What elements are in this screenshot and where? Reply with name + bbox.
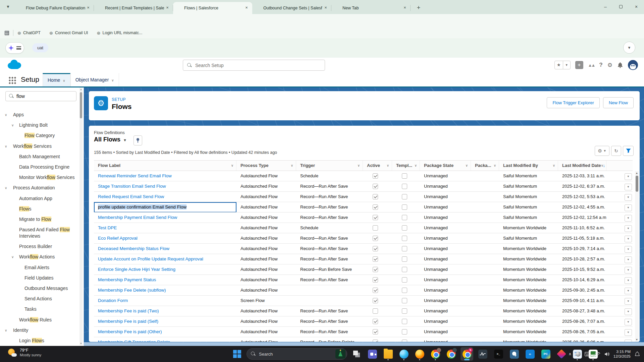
template-checkbox[interactable]: [402, 246, 407, 251]
horizontal-scrollbar[interactable]: [84, 342, 644, 346]
quick-find-input[interactable]: flow: [5, 91, 76, 101]
sidebar-item[interactable]: ∨ Data Processing Engine: [0, 162, 79, 172]
notification-bell-icon[interactable]: [635, 351, 640, 357]
tray-sphere-icon[interactable]: [576, 352, 581, 357]
sidebar-item[interactable]: ∨ Flows: [0, 204, 79, 214]
template-checkbox[interactable]: [402, 173, 407, 179]
task-view-button[interactable]: [350, 347, 363, 361]
column-header-active[interactable]: Active∨: [363, 161, 392, 171]
template-checkbox[interactable]: [402, 236, 407, 241]
taskbar-weather[interactable]: 79°FMostly sunny: [7, 348, 41, 357]
template-checkbox[interactable]: [402, 308, 407, 314]
collapse-dropdown-button[interactable]: ▼: [623, 42, 635, 54]
row-actions-button[interactable]: ▼: [625, 194, 632, 201]
sidebar-item[interactable]: ∨ Identity: [0, 325, 79, 336]
active-checkbox[interactable]: [373, 340, 378, 342]
favorites-star-icon[interactable]: ★: [555, 61, 563, 69]
start-button[interactable]: [231, 347, 244, 361]
flow-label-link[interactable]: Membership Fee is paid (Other): [98, 329, 162, 334]
template-checkbox[interactable]: [402, 256, 407, 262]
row-actions-button[interactable]: ▼: [625, 215, 632, 222]
volume-icon[interactable]: [604, 352, 609, 356]
column-header-process-type[interactable]: Process Type∨: [236, 161, 296, 171]
sidebar-item[interactable]: ∨ Automation App: [0, 193, 79, 204]
scroll-down-icon[interactable]: ▼: [79, 342, 83, 345]
template-checkbox[interactable]: [402, 204, 407, 210]
active-checkbox[interactable]: [373, 319, 378, 324]
row-actions-button[interactable]: ▼: [625, 288, 632, 294]
chrome-profile2-button[interactable]: [445, 347, 458, 361]
flow-label-link[interactable]: Eco Relief Approval: [98, 236, 138, 241]
active-checkbox[interactable]: [373, 194, 378, 199]
scrollbar-thumb[interactable]: [80, 92, 82, 118]
column-header-last-modified-date[interactable]: Last Modified Date↓∨: [558, 161, 606, 171]
tab-close-icon[interactable]: ×: [164, 5, 170, 11]
row-actions-button[interactable]: ▼: [625, 246, 632, 253]
flow-label-link[interactable]: Test DPE: [98, 225, 117, 230]
bookmark-item[interactable]: ⊛ Connect Gmail UI: [49, 31, 88, 36]
new-tab-button[interactable]: +: [415, 4, 423, 12]
sidebar-extension-button[interactable]: [5, 42, 24, 54]
template-checkbox[interactable]: [402, 225, 407, 231]
sidebar-item[interactable]: ∨ Send Actions: [0, 294, 79, 304]
flow-trigger-explorer-button[interactable]: Flow Trigger Explorer: [547, 97, 600, 108]
browser-tab[interactable]: New Tab ×: [331, 2, 411, 14]
row-actions-button[interactable]: ▼: [625, 184, 632, 190]
template-checkbox[interactable]: [402, 215, 407, 220]
chevron-down-icon[interactable]: ∨: [11, 120, 14, 130]
table-scrollbar[interactable]: ▲ ▼: [635, 171, 639, 342]
row-actions-button[interactable]: ▼: [625, 340, 632, 342]
system-monitor-button[interactable]: [476, 347, 489, 361]
tray-expand-icon[interactable]: ∧: [569, 352, 572, 356]
sidebar-item[interactable]: ∨ Workflow Services: [0, 141, 79, 152]
template-checkbox[interactable]: [402, 288, 407, 293]
row-actions-button[interactable]: ▼: [625, 308, 632, 315]
tab-list-chevron-icon[interactable]: ▼: [4, 3, 12, 11]
tab-close-icon[interactable]: ×: [323, 5, 329, 11]
flow-label-link[interactable]: Deceased Membership Status Flow: [98, 246, 169, 251]
list-view-selector[interactable]: All Flows▼: [94, 136, 127, 143]
app-launcher-icon[interactable]: [9, 77, 16, 84]
flow-label-link[interactable]: Membership Fee Delete (subflow): [98, 288, 166, 293]
sidebar-item[interactable]: ∨ Migrate to Flow: [0, 214, 79, 225]
tab-group-chip[interactable]: uat: [32, 43, 48, 52]
sidebar-item[interactable]: ∨ Flow Category: [0, 130, 79, 141]
flow-label-link[interactable]: Stage Transition Email Send Flow: [98, 184, 166, 189]
touch-keyboard-icon[interactable]: [585, 352, 591, 356]
flow-label-link[interactable]: Renewal Reminder Send Email Flow: [98, 173, 172, 178]
pycharm-button[interactable]: PC: [539, 347, 552, 361]
template-checkbox[interactable]: [402, 184, 407, 189]
browser-tab[interactable]: Flows | Salesforce ×: [173, 2, 252, 14]
notifications-bell-icon[interactable]: [617, 62, 623, 68]
pin-view-button[interactable]: [133, 135, 142, 145]
teams-button[interactable]: [366, 347, 379, 361]
tab-close-icon[interactable]: ×: [244, 5, 250, 11]
browser-tab[interactable]: Recent | Email Templates | Sales ×: [94, 2, 173, 14]
window-maximize-button[interactable]: [613, 0, 629, 14]
column-header-package-state[interactable]: Package State∨: [420, 161, 471, 171]
flow-label-link[interactable]: Membership Payment Status: [98, 277, 156, 282]
row-actions-button[interactable]: ▼: [625, 236, 632, 242]
chrome-active-button[interactable]: S: [461, 347, 473, 361]
active-checkbox[interactable]: [373, 288, 378, 293]
flow-label-link[interactable]: Enforce Single Active Hijri Year Setting: [98, 267, 175, 272]
scroll-up-icon[interactable]: ▲: [79, 88, 83, 90]
active-checkbox[interactable]: [373, 236, 378, 241]
firefox-button[interactable]: [413, 347, 426, 361]
row-actions-button[interactable]: ▼: [625, 173, 632, 180]
active-checkbox[interactable]: [373, 204, 378, 210]
sidebar-scrollbar[interactable]: ▲ ▼: [79, 87, 83, 345]
row-actions-button[interactable]: ▼: [625, 256, 632, 263]
active-checkbox[interactable]: [373, 225, 378, 231]
bookmark-item[interactable]: ⊛ Login URL mismatc...: [97, 31, 143, 36]
chevron-down-icon[interactable]: ∨: [5, 110, 7, 120]
vscode-button[interactable]: ‹›: [524, 347, 536, 361]
search-highlight-image[interactable]: [335, 349, 345, 359]
help-icon[interactable]: ?: [599, 62, 602, 68]
sidebar-item[interactable]: ∨ Apps: [0, 110, 79, 120]
window-close-button[interactable]: ×: [629, 0, 644, 14]
scroll-down-icon[interactable]: ▼: [635, 338, 639, 341]
sidebar-item[interactable]: ∨ Tasks: [0, 304, 79, 314]
file-explorer-button[interactable]: [382, 347, 394, 361]
active-checkbox[interactable]: [373, 256, 378, 262]
